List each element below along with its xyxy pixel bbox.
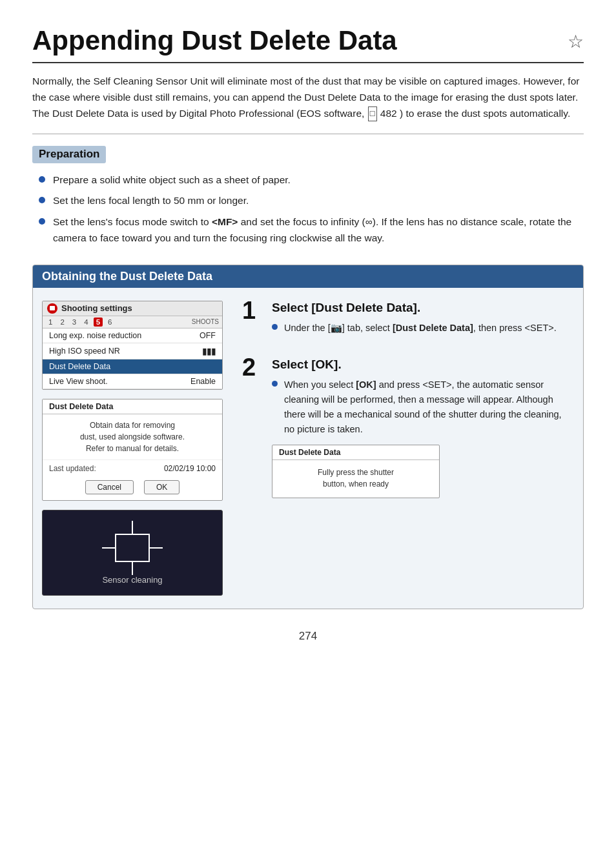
sensor-icon-area: [110, 529, 155, 567]
dialog-body: Obtain data for removing dust, used alon…: [43, 414, 222, 459]
bullet-dot: [39, 218, 45, 225]
camera-menu-header: Shooting settings: [43, 301, 222, 316]
dust-delete-dialog: Dust Delete Data Obtain data for removin…: [42, 399, 223, 501]
tab-5-active: 5: [94, 318, 103, 327]
intro-page-ref: 482: [380, 108, 397, 119]
tab-shoots-label: SHOOTS: [192, 318, 219, 325]
obtaining-body: Shooting settings 1 2 3 4 5 6 SHOOTS Lon…: [33, 288, 583, 609]
preparation-section: Preparation Prepare a solid white object…: [32, 146, 584, 247]
step-1-bullet: Under the [📷] tab, select [Dust Delete D…: [284, 321, 574, 336]
step-1-title: Select [Dust Delete Data].: [272, 301, 574, 316]
sensor-cleaning-label: Sensor cleaning: [102, 575, 162, 585]
tab-3: 3: [70, 318, 79, 327]
last-updated-value: 02/02/19 10:00: [164, 464, 216, 473]
dialog-info-row: Last updated: 02/02/19 10:00: [43, 459, 222, 476]
inline-dialog: Dust Delete Data Fully press the shutter…: [272, 445, 440, 498]
step-2-number: 2: [242, 355, 267, 379]
book-icon: □: [368, 106, 377, 121]
intro-text: Normally, the Self Cleaning Sensor Unit …: [32, 74, 584, 134]
obtaining-section: Obtaining the Dust Delete Data Shooting …: [32, 265, 584, 609]
menu-row-dust-delete: Dust Delete Data: [43, 359, 222, 374]
camera-menu-screenshot: Shooting settings 1 2 3 4 5 6 SHOOTS Lon…: [42, 301, 223, 390]
list-item: Set the lens's focus mode switch to <MF>…: [39, 214, 584, 247]
list-item: When you select [OK] and press <SET>, th…: [272, 378, 574, 438]
menu-value-live-view: Enable: [190, 377, 216, 386]
camera-icon: [47, 303, 57, 314]
cancel-button[interactable]: Cancel: [85, 480, 134, 494]
camera-menu-title: Shooting settings: [61, 303, 132, 313]
step-1-bullets: Under the [📷] tab, select [Dust Delete D…: [272, 321, 574, 336]
step-1-content: Select [Dust Delete Data]. Under the [📷]…: [272, 301, 574, 339]
right-column: 1 Select [Dust Delete Data]. Under the […: [242, 301, 574, 596]
inline-dialog-title: Dust Delete Data: [272, 445, 439, 460]
menu-label-dust-delete: Dust Delete Data: [49, 362, 110, 371]
inline-dialog-body: Fully press the shutterbutton, when read…: [272, 460, 439, 498]
star-icon: ☆: [568, 31, 584, 52]
step-1-block: 1 Select [Dust Delete Data]. Under the […: [242, 301, 574, 339]
page-title-area: Appending Dust Delete Data ☆: [32, 26, 584, 63]
list-item: Under the [📷] tab, select [Dust Delete D…: [272, 321, 574, 336]
left-column: Shooting settings 1 2 3 4 5 6 SHOOTS Lon…: [42, 301, 223, 596]
page-number: 274: [32, 630, 584, 643]
dialog-buttons: Cancel OK: [43, 476, 222, 500]
menu-label-long-exp: Long exp. noise reduction: [49, 331, 141, 340]
preparation-list: Prepare a solid white object such as a s…: [32, 172, 584, 247]
bullet-dot: [272, 381, 278, 387]
menu-value-long-exp: OFF: [200, 331, 216, 340]
dialog-body-line2: dust, used alongside software.: [80, 432, 185, 441]
obtaining-header: Obtaining the Dust Delete Data: [33, 265, 583, 288]
ok-button[interactable]: OK: [144, 480, 180, 494]
menu-row-long-exp: Long exp. noise reduction OFF: [43, 328, 222, 343]
step-1-number: 1: [242, 298, 267, 323]
list-item: Set the lens focal length to 50 mm or lo…: [39, 193, 584, 209]
menu-row-live-view: Live View shoot. Enable: [43, 374, 222, 389]
prep-bullet-1: Prepare a solid white object such as a s…: [53, 172, 584, 188]
menu-label-high-iso: High ISO speed NR: [49, 347, 120, 356]
bullet-dot: [272, 324, 278, 330]
dialog-body-line1: Obtain data for removing: [90, 421, 175, 430]
menu-row-high-iso: High ISO speed NR ▮▮▮: [43, 343, 222, 359]
step-2-block: 2 Select [OK]. When you select [OK] and …: [242, 358, 574, 499]
step-2-content: Select [OK]. When you select [OK] and pr…: [272, 358, 574, 499]
bar-icon: ▮▮▮: [202, 346, 216, 356]
tab-1: 1: [46, 318, 55, 327]
tab-4: 4: [81, 318, 90, 327]
page-title: Appending Dust Delete Data: [32, 26, 397, 56]
menu-label-live-view: Live View shoot.: [49, 377, 108, 386]
tab-2: 2: [57, 318, 67, 327]
bullet-dot: [39, 197, 45, 203]
tab-row: 1 2 3 4 5 6 SHOOTS: [43, 316, 222, 328]
step-2-bullet: When you select [OK] and press <SET>, th…: [284, 378, 574, 438]
step-2-title: Select [OK].: [272, 358, 574, 372]
last-updated-label: Last updated:: [49, 464, 96, 473]
sensor-rect: [115, 534, 150, 562]
step-2-bullets: When you select [OK] and press <SET>, th…: [272, 378, 574, 438]
sensor-cleaning-screen: Sensor cleaning: [42, 510, 223, 596]
intro-text-end: ) to erase the dust spots automatically.: [400, 108, 570, 119]
list-item: Prepare a solid white object such as a s…: [39, 172, 584, 188]
prep-bullet-2: Set the lens focal length to 50 mm or lo…: [53, 193, 584, 209]
tab-6: 6: [105, 318, 114, 327]
dialog-body-line3: Refer to manual for details.: [86, 444, 179, 453]
dialog-title: Dust Delete Data: [43, 399, 222, 414]
bullet-dot: [39, 176, 45, 183]
prep-bullet-3: Set the lens's focus mode switch to <MF>…: [53, 214, 584, 247]
preparation-header: Preparation: [32, 146, 106, 163]
